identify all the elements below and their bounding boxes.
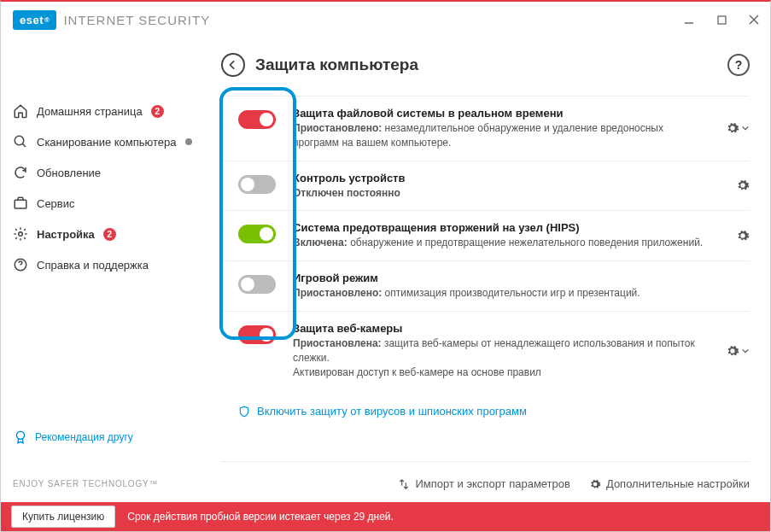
setting-gear-button[interactable] [726, 344, 750, 358]
alert-badge: 2 [103, 228, 116, 241]
svg-line-5 [22, 143, 26, 147]
page-title: Защита компьютера [255, 56, 418, 74]
titlebar: eset® INTERNET SECURITY [1, 2, 770, 38]
window-controls [673, 7, 770, 32]
close-button[interactable] [738, 7, 770, 32]
minimize-button[interactable] [673, 7, 705, 32]
setting-desc: Приостановлено: незамедлительное обнаруж… [293, 121, 709, 150]
home-icon [13, 103, 28, 119]
sidebar-item-label: Домашняя страница [37, 105, 143, 118]
main-footer: Импорт и экспорт параметров Дополнительн… [221, 461, 750, 502]
toggle-gamer[interactable] [238, 275, 276, 294]
refresh-icon [13, 165, 28, 180]
page-header: Защита компьютера ? [221, 53, 750, 77]
sidebar-item-setup[interactable]: Настройка 2 [1, 219, 204, 249]
setting-row-webcam: Защита веб-камеры Приостановлена: защита… [221, 311, 750, 389]
award-icon [13, 430, 28, 445]
back-button[interactable] [221, 53, 245, 77]
setting-title: Система предотвращения вторжений на узел… [293, 221, 719, 234]
sidebar-item-help[interactable]: Справка и поддержка [1, 249, 204, 280]
setting-title: Контроль устройств [293, 172, 719, 184]
setting-row-gamer: Игровой режим Приостановлено: оптимизаци… [221, 260, 750, 311]
toggle-webcam[interactable] [238, 325, 276, 344]
maximize-button[interactable] [705, 7, 738, 32]
sidebar-item-update[interactable]: Обновление [1, 157, 204, 188]
svg-point-4 [15, 136, 24, 145]
toggle-devices[interactable] [238, 175, 276, 194]
alert-badge: 2 [151, 105, 164, 118]
help-icon [13, 257, 28, 272]
sidebar-item-label: Сервис [37, 197, 75, 210]
sidebar-item-tools[interactable]: Сервис [1, 188, 204, 219]
setting-gear-button[interactable] [736, 229, 750, 243]
shield-icon [238, 406, 250, 418]
footer-link-label: Импорт и экспорт параметров [415, 477, 569, 490]
briefcase-icon [13, 196, 28, 211]
trial-message: Срок действия пробной версии истекает че… [127, 511, 394, 523]
setting-row-realtime: Защита файловой системы в реальном време… [221, 96, 750, 161]
import-export-link[interactable]: Импорт и экспорт параметров [398, 477, 569, 490]
setting-desc: Включена: обнаружение и предотвращение н… [293, 236, 719, 250]
gear-icon [589, 478, 601, 490]
help-button[interactable]: ? [727, 54, 750, 76]
gear-icon [13, 226, 28, 242]
setting-row-hips: Система предотвращения вторжений на узел… [221, 210, 750, 260]
bottombar: Купить лицензию Срок действия пробной ве… [1, 502, 770, 531]
setting-desc: Отключен постоянно [293, 186, 719, 201]
setting-row-devices: Контроль устройств Отключен постоянно [221, 161, 750, 211]
setting-desc: Приостановлено: оптимизация производител… [293, 286, 750, 301]
svg-point-9 [17, 431, 25, 439]
advanced-settings-link[interactable]: Дополнительные настройки [589, 477, 750, 490]
sidebar-item-label: Сканирование компьютера [37, 136, 177, 149]
footer-link-label: Дополнительные настройки [606, 477, 750, 490]
recommend-link[interactable]: Рекомендация другу [1, 421, 204, 453]
sidebar-item-label: Справка и поддержка [37, 259, 149, 272]
svg-point-7 [19, 232, 23, 237]
setting-title: Игровой режим [293, 272, 750, 284]
product-name: INTERNET SECURITY [63, 13, 210, 27]
enable-protection-link[interactable]: Включить защиту от вирусов и шпионских п… [221, 389, 750, 418]
toggle-hips[interactable] [238, 225, 276, 243]
settings-list: Защита файловой системы в реальном време… [221, 96, 750, 389]
main-content: Защита компьютера ? Защита файловой сист… [204, 38, 770, 502]
svg-rect-1 [718, 16, 726, 24]
sidebar-item-home[interactable]: Домашняя страница 2 [1, 96, 204, 126]
buy-license-button[interactable]: Купить лицензию [11, 506, 115, 528]
setting-title: Защита файловой системы в реальном време… [293, 107, 709, 120]
toggle-realtime[interactable] [238, 110, 276, 129]
brand-logo: eset® [13, 10, 56, 30]
status-dot [185, 138, 192, 145]
tagline: ENJOY SAFER TECHNOLOGY™ [1, 453, 204, 502]
search-icon [13, 134, 28, 149]
sidebar-item-label: Обновление [37, 167, 101, 179]
sidebar-item-label: Настройка [37, 228, 95, 241]
reg-mark: ® [44, 16, 50, 24]
recommend-label: Рекомендация другу [35, 431, 133, 443]
setting-desc: Приостановлена: защита веб-камеры от нен… [293, 336, 709, 379]
setting-title: Защита веб-камеры [293, 322, 709, 335]
import-export-icon [398, 478, 410, 490]
brand-text: eset [20, 14, 44, 26]
svg-rect-6 [15, 200, 26, 208]
setting-gear-button[interactable] [726, 121, 750, 135]
enable-link-label: Включить защиту от вирусов и шпионских п… [257, 405, 527, 418]
sidebar-item-scan[interactable]: Сканирование компьютера [1, 126, 204, 157]
setting-gear-button[interactable] [736, 178, 750, 192]
sidebar: Домашняя страница 2 Сканирование компьют… [1, 38, 204, 502]
logo: eset® INTERNET SECURITY [13, 10, 210, 30]
